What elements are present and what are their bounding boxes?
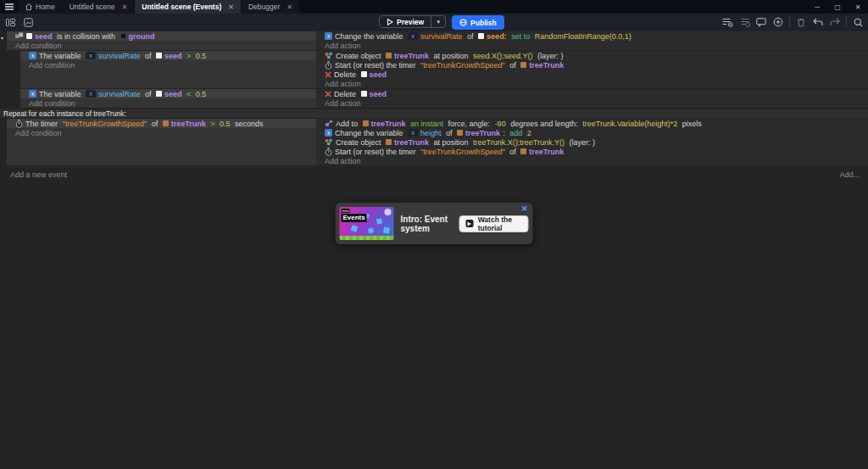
event-action-row[interactable]: xChange the variable xsurvivalRate of se…	[316, 31, 868, 41]
event-text: "treeTrunkGrowthSpeed"	[420, 61, 505, 70]
add-action-link-label: Add action	[325, 80, 361, 88]
changevar-icon: x	[29, 52, 36, 59]
event-text: Create object	[336, 138, 383, 147]
event: seed is in collision with groundAdd cond…	[0, 31, 868, 108]
repeat-event: Repeat for each instance of treeTrunk:Th…	[0, 109, 868, 165]
event-text: of	[508, 148, 519, 156]
maximize-button[interactable]: ▢	[827, 0, 848, 14]
event-text: treeTrunk	[529, 148, 564, 156]
tab-untitled-scene-events[interactable]: Untitled scene (Events) ✕	[135, 0, 242, 14]
add-action-link[interactable]: Add action	[316, 98, 868, 108]
varbadge-icon: x	[86, 52, 96, 59]
event-text: 0.5	[220, 120, 231, 128]
preview-button[interactable]: Preview	[380, 16, 431, 27]
add-action-link[interactable]: Add action	[316, 79, 868, 88]
add-event-icon[interactable]	[721, 16, 733, 28]
hamburger-menu-icon[interactable]	[0, 0, 19, 14]
event-text: treeTrunk	[529, 61, 564, 70]
add-condition-link[interactable]: Add condition	[20, 60, 316, 70]
event-condition-row[interactable]: xThe variable xsurvivalRate of seed > 0.…	[20, 51, 316, 60]
collision-icon	[15, 32, 24, 40]
minimize-button[interactable]: ─	[807, 0, 827, 14]
event-action-row[interactable]: Start (or reset) the timer "treeTrunkGro…	[316, 147, 868, 156]
watch-tutorial-button[interactable]: Watch the tutorial	[459, 215, 528, 232]
publish-button[interactable]: Publish	[452, 15, 504, 30]
add-action-link[interactable]: Add action	[316, 156, 868, 165]
event-text: at position	[431, 52, 470, 60]
changevar-icon: x	[325, 32, 332, 40]
add-action-link-label: Add action	[325, 42, 361, 50]
close-tab-icon[interactable]: ✕	[287, 3, 292, 11]
event-text: (layer: )	[536, 52, 564, 60]
event-action-row[interactable]: Start (or reset) the timer "treeTrunkGro…	[316, 60, 868, 70]
preview-split-button: Preview ▼	[379, 15, 446, 28]
timer-icon	[325, 148, 332, 156]
scene-image-icon[interactable]	[22, 16, 34, 28]
delete-icon	[325, 71, 331, 78]
add-condition-link[interactable]: Add condition	[7, 41, 316, 50]
add-more-button[interactable]: Add...	[839, 170, 860, 179]
thumb-series-label: Intro	[342, 209, 350, 213]
add-action-link[interactable]: Add action	[316, 41, 868, 50]
add-condition-link[interactable]: Add condition	[7, 128, 316, 137]
redo-icon[interactable]	[829, 16, 841, 28]
object-thumbnail	[361, 91, 367, 97]
event-action-row[interactable]: xChange the variable xheight of treeTrun…	[316, 128, 868, 137]
add-condition-link[interactable]: Add condition	[20, 98, 316, 108]
window-controls: ─ ▢ ✕	[807, 0, 868, 14]
search-icon[interactable]	[852, 16, 864, 28]
object-thumbnail	[363, 120, 369, 126]
event-text: The timer	[25, 120, 60, 128]
add-other-event-icon[interactable]	[772, 16, 784, 28]
close-tab-icon[interactable]: ✕	[122, 3, 128, 11]
object-thumbnail	[478, 33, 484, 39]
toolbar-separator	[846, 17, 847, 27]
trash-icon[interactable]	[795, 16, 807, 28]
object-thumbnail	[520, 148, 526, 154]
actions-column: Delete seedAdd action	[316, 89, 868, 108]
events-list: seed is in collision with groundAdd cond…	[0, 31, 868, 165]
event-condition-row[interactable]: The timer "treeTrunkGrowthSpeed" of tree…	[7, 119, 316, 128]
event-text: treeTrunk	[394, 52, 429, 60]
close-tab-icon[interactable]: ✕	[228, 3, 234, 11]
varbadge-icon: x	[86, 90, 96, 98]
add-action-link-label: Add action	[325, 99, 361, 108]
object-thumbnail	[386, 139, 392, 145]
event-condition-row[interactable]: seed is in collision with ground	[7, 31, 316, 41]
banner-close-icon[interactable]: ✕	[521, 204, 528, 213]
tab-label: Debugger	[248, 3, 280, 11]
actions-column: xChange the variable xsurvivalRate of se…	[316, 31, 868, 50]
event-text: The variable	[39, 52, 83, 60]
tab-untitled-scene[interactable]: Untitled scene ✕	[63, 0, 136, 14]
add-new-event-link[interactable]: Add a new event	[10, 170, 67, 179]
conditions-column: xThe variable xsurvivalRate of seed < 0.…	[20, 89, 316, 108]
event-text: treeTrunk.Variable(height)*2	[582, 120, 677, 128]
tab-home[interactable]: Home	[19, 0, 63, 14]
object-thumbnail	[120, 33, 126, 39]
project-manager-icon[interactable]	[4, 16, 16, 28]
event-text: treeTrunk	[394, 138, 429, 147]
event-text: 0.5	[196, 52, 207, 60]
event-action-row[interactable]: Create object treeTrunk at position seed…	[316, 51, 868, 60]
event-text: RandomFloatInRange(0.0,1)	[535, 32, 632, 41]
add-subevent-icon[interactable]	[738, 16, 750, 28]
event-action-row[interactable]: Delete seed	[316, 70, 868, 79]
tutorial-thumbnail[interactable]: Intro Events	[340, 207, 394, 240]
event-action-row[interactable]: Add to treeTrunk an instant force, angle…	[316, 119, 868, 128]
close-button[interactable]: ✕	[848, 0, 868, 14]
conditions-column: The timer "treeTrunkGrowthSpeed" of tree…	[7, 119, 316, 165]
tab-debugger[interactable]: Debugger ✕	[242, 0, 300, 14]
event-action-row[interactable]: Delete seed	[316, 89, 868, 98]
event-action-row[interactable]: Create object treeTrunk at position tree…	[316, 137, 868, 147]
add-comment-icon[interactable]	[755, 16, 767, 28]
event-text: treeTrunk.X();treeTrunk.Y()	[473, 138, 565, 147]
undo-icon[interactable]	[812, 16, 824, 28]
add-condition-link-label: Add condition	[29, 61, 75, 70]
add-new-event-row: Add a new event Add...	[0, 169, 868, 181]
conditions-column: seed is in collision with groundAdd cond…	[7, 31, 316, 50]
event-condition-row[interactable]: xThe variable xsurvivalRate of seed < 0.…	[20, 89, 316, 98]
repeat-event-header[interactable]: Repeat for each instance of treeTrunk:	[0, 109, 868, 118]
preview-dropdown-arrow[interactable]: ▼	[431, 16, 445, 27]
create-icon	[325, 52, 333, 59]
thumb-title-label: Events	[342, 214, 367, 222]
